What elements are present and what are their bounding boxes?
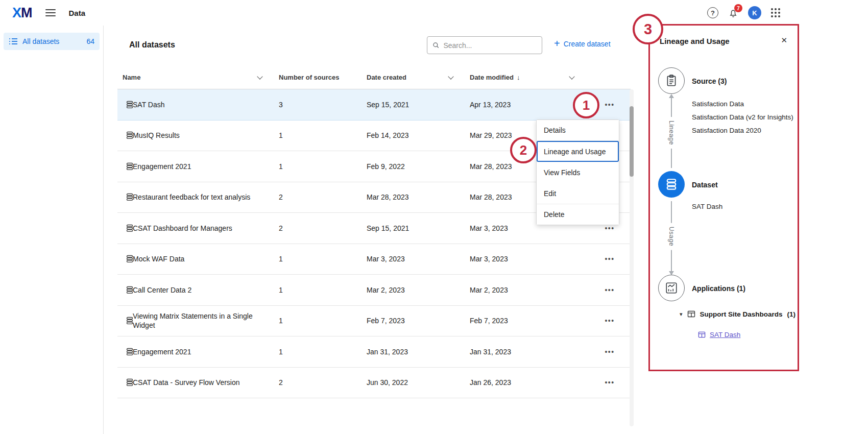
more-options-icon: ••• (605, 224, 614, 232)
chevron-down-icon[interactable] (448, 74, 453, 79)
application-group-count: (1) (787, 310, 796, 318)
help-icon: ? (707, 7, 718, 18)
cell-date-created: Feb 9, 2022 (367, 151, 405, 182)
sidebar: All datasets 64 (0, 26, 104, 434)
caret-down-icon: ▾ (680, 311, 683, 318)
apps-grid-icon[interactable] (771, 8, 780, 17)
cell-name[interactable]: Viewing Matrix Statements in a Single Wi… (133, 306, 258, 336)
row-actions-button[interactable]: ••• (598, 306, 621, 336)
topbar-right: ? 7 K (707, 0, 780, 26)
sidebar-item-count: 64 (86, 37, 94, 45)
menu-item-details[interactable]: Details (537, 120, 619, 141)
column-header-modified[interactable]: Date modified ↓ (470, 74, 520, 81)
topbar: XM Data ? 7 K (0, 0, 868, 26)
table-row[interactable]: Call Center Data 2 1 Mar 2, 2023 Mar 2, … (117, 275, 631, 306)
more-options-icon: ••• (605, 378, 614, 387)
source-item: Satisfaction Data (v2 for Insights) (692, 111, 793, 124)
lineage-connector: Lineage (671, 98, 672, 168)
panel-title: Lineage and Usage (660, 37, 730, 45)
table-row[interactable]: Viewing Matrix Statements in a Single Wi… (117, 306, 631, 337)
column-header-created[interactable]: Date created (367, 74, 406, 81)
table-row[interactable]: CSAT Data - Survey Flow Version 2 Jun 30… (117, 368, 631, 399)
cell-name[interactable]: Engagement 2021 (133, 336, 258, 367)
cell-name[interactable]: Call Center Data 2 (133, 275, 258, 305)
search-icon (432, 41, 439, 49)
table-row[interactable]: SAT Dash 3 Sep 15, 2021 Apr 13, 2023 ••• (117, 89, 631, 120)
source-item: Satisfaction Data 2020 (692, 124, 793, 137)
cell-date-modified: Mar 2, 2023 (470, 275, 508, 305)
menu-item-lineage-and-usage[interactable]: Lineage and Usage (537, 141, 619, 162)
row-actions-button[interactable]: ••• (598, 275, 621, 305)
source-list: Satisfaction Data Satisfaction Data (v2 … (692, 98, 793, 137)
more-options-icon: ••• (605, 286, 614, 294)
table-row[interactable]: Mock WAF Data 1 Mar 3, 2023 Mar 3, 2023 … (117, 244, 631, 275)
menu-item-edit[interactable]: Edit (537, 183, 619, 204)
cell-sources: 1 (279, 336, 283, 367)
sidebar-item-label: All datasets (22, 37, 82, 45)
datasets-table: Name Number of sources Date created Date… (117, 66, 631, 398)
application-link[interactable]: SAT Dash (710, 331, 740, 339)
logo-letter-x: X (12, 5, 21, 20)
dataset-name: SAT Dash (692, 203, 722, 210)
clipboard-icon (665, 74, 678, 87)
row-actions-button[interactable]: ••• (598, 89, 621, 120)
cell-date-modified: Mar 3, 2023 (470, 213, 508, 244)
sidebar-item-all-datasets[interactable]: All datasets 64 (4, 33, 100, 50)
hamburger-menu-icon[interactable] (45, 9, 56, 16)
menu-item-delete[interactable]: Delete (537, 204, 619, 225)
row-actions-button[interactable]: ••• (598, 336, 621, 367)
user-avatar[interactable]: K (748, 6, 761, 19)
annotation-circle-1: 1 (573, 92, 599, 118)
cell-name[interactable]: CSAT Data - Survey Flow Version (133, 368, 258, 398)
more-options-icon: ••• (605, 255, 614, 263)
column-header-sources[interactable]: Number of sources (279, 74, 339, 81)
cell-name[interactable]: SAT Dash (133, 89, 258, 120)
column-header-name[interactable]: Name (123, 74, 140, 81)
more-options-icon: ••• (605, 348, 614, 356)
notifications-button[interactable]: 7 (728, 8, 738, 18)
search-box (427, 36, 542, 54)
cell-name[interactable]: CSAT Dashboard for Managers (133, 213, 258, 244)
list-icon (9, 38, 18, 45)
cell-date-modified: Apr 13, 2023 (470, 89, 511, 120)
usage-label: Usage (668, 223, 675, 250)
cell-date-modified: Mar 29, 2023 (470, 120, 512, 151)
column-label: Date modified (470, 74, 514, 81)
dashboard-icon (698, 331, 706, 339)
page-title: Data (69, 9, 86, 17)
applications-node (658, 275, 685, 301)
cell-date-created: Jun 30, 2022 (367, 368, 408, 398)
scrollbar[interactable] (630, 89, 634, 426)
create-dataset-button[interactable]: + Create dataset (554, 39, 611, 49)
column-label: Name (123, 74, 140, 81)
application-group-row[interactable]: ▾ Support Site Dashboards (1) (680, 310, 795, 318)
cell-date-modified: Feb 7, 2023 (470, 306, 508, 336)
menu-item-view-fields[interactable]: View Fields (537, 162, 619, 183)
cell-name[interactable]: Mock WAF Data (133, 244, 258, 275)
help-button[interactable]: ? (707, 7, 718, 18)
cell-sources: 1 (279, 120, 283, 151)
table-row[interactable]: Engagement 2021 1 Jan 31, 2023 Jan 31, 2… (117, 336, 631, 368)
row-context-menu: Details Lineage and Usage View Fields Ed… (536, 119, 619, 225)
cell-name[interactable]: Engagement 2021 (133, 151, 258, 182)
column-label: Number of sources (279, 74, 339, 81)
application-link-row: SAT Dash (698, 331, 740, 339)
cell-name[interactable]: Restaurant feedback for text analysis (133, 182, 258, 213)
lineage-label: Lineage (668, 117, 675, 149)
cell-date-modified: Mar 28, 2023 (470, 151, 512, 182)
chevron-down-icon[interactable] (569, 74, 574, 79)
more-options-icon: ••• (605, 101, 614, 109)
applications-label: Applications (1) (692, 284, 745, 293)
cell-sources: 3 (279, 89, 283, 120)
main-content: All datasets + Create dataset Name Numbe… (104, 26, 648, 434)
row-actions-button[interactable]: ••• (598, 244, 621, 275)
chevron-down-icon[interactable] (257, 74, 262, 79)
row-actions-button[interactable]: ••• (598, 368, 621, 398)
close-icon[interactable]: ✕ (781, 36, 787, 45)
search-input[interactable] (443, 41, 537, 50)
cell-date-created: Jan 31, 2023 (367, 336, 408, 367)
cell-name[interactable]: MusIQ Results (133, 120, 258, 151)
logo-letter-m: M (21, 5, 32, 20)
scrollbar-thumb[interactable] (630, 106, 634, 177)
cell-date-created: Mar 28, 2023 (367, 182, 409, 213)
